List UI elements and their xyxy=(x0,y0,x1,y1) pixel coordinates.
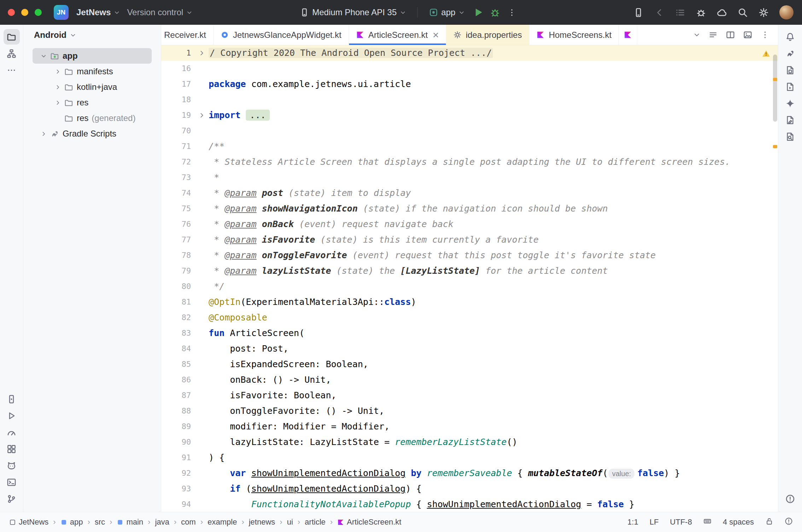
tree-chevron-slot[interactable] xyxy=(37,53,50,59)
breadcrumb-main[interactable]: main xyxy=(117,517,143,527)
code-line-text[interactable]: FunctionalityNotAvailablePopup { showUni… xyxy=(209,497,778,512)
code-line-text[interactable]: * @param isFavorite (state) is this item… xyxy=(209,232,778,248)
run-tool-button[interactable] xyxy=(4,408,20,423)
code-line-text[interactable]: package com.example.jetnews.ui.article xyxy=(209,76,778,92)
editor-tab-homescreens-kt[interactable]: HomeScreens.kt xyxy=(529,25,619,45)
code-line-text[interactable]: post: Post, xyxy=(209,341,778,357)
running-devices-tool-button[interactable] xyxy=(4,391,20,407)
gutter-line-94[interactable]: 94 xyxy=(161,497,209,512)
tree-item-app[interactable]: app xyxy=(33,48,152,64)
error-highlighting-status[interactable] xyxy=(785,517,793,527)
settings-button[interactable] xyxy=(759,7,769,18)
sync-status-button[interactable] xyxy=(717,7,727,18)
gutter-line-80[interactable]: 80 xyxy=(161,279,209,294)
run-configuration-selector[interactable]: app xyxy=(425,5,468,19)
gutter-line-79[interactable]: 79 xyxy=(161,263,209,279)
code-line-text[interactable]: lazyListState: LazyListState = rememberL… xyxy=(209,434,778,450)
project-menu[interactable]: JetNews xyxy=(73,5,123,19)
more-tool-windows-tool-button[interactable] xyxy=(4,62,20,78)
device-streaming-tool-button[interactable] xyxy=(782,79,798,94)
tree-chevron-slot[interactable] xyxy=(37,131,50,137)
tree-item-manifests[interactable]: manifests xyxy=(33,64,152,79)
gutter-line-87[interactable]: 87 xyxy=(161,388,209,403)
code-line-text[interactable]: * @param showNavigationIcon (state) if t… xyxy=(209,201,778,216)
version-control-menu[interactable]: Version control xyxy=(123,5,196,19)
modified-line-marker[interactable] xyxy=(773,78,777,81)
code-line-text[interactable]: fun ArticleScreen( xyxy=(209,325,778,341)
gutter-line-82[interactable]: 82 xyxy=(161,310,209,325)
read-write-status[interactable] xyxy=(765,517,773,527)
code-line-text[interactable] xyxy=(209,92,778,108)
preview-button[interactable] xyxy=(743,30,752,39)
scrollbar-thumb[interactable] xyxy=(773,54,777,122)
project-view-selector[interactable]: Android xyxy=(23,25,161,45)
gutter-line-91[interactable]: 91 xyxy=(161,450,209,466)
code-line-text[interactable]: import ... xyxy=(209,108,778,123)
code-line-text[interactable]: * @param onToggleFavorite (event) reques… xyxy=(209,248,778,263)
code-line-text[interactable]: / Copyright 2020 The Android Open Source… xyxy=(209,45,778,61)
file-encoding[interactable]: UTF-8 xyxy=(670,517,692,527)
breadcrumb-jetnews[interactable]: JetNews xyxy=(9,517,48,527)
code-line-text[interactable]: onBack: () -> Unit, xyxy=(209,372,778,388)
fold-indicator-icon[interactable] xyxy=(198,50,205,57)
app-quality-insights-tool-button[interactable] xyxy=(4,441,20,457)
code-line-text[interactable]: isExpandedScreen: Boolean, xyxy=(209,357,778,372)
code-line-text[interactable]: * @param lazyListState (state) the [Lazy… xyxy=(209,263,778,279)
gutter-line-85[interactable]: 85 xyxy=(161,357,209,372)
breadcrumb-article[interactable]: article xyxy=(305,517,326,527)
editor-tab-jetnewsglanceappwidget-kt[interactable]: JetnewsGlanceAppWidget.kt xyxy=(214,25,349,45)
close-window-button[interactable] xyxy=(8,9,15,16)
gutter-line-89[interactable]: 89 xyxy=(161,419,209,434)
tree-item-res[interactable]: res(generated) xyxy=(33,110,152,126)
split-editor-button[interactable] xyxy=(726,30,735,39)
editor-tab-idea-properties[interactable]: idea.properties xyxy=(446,25,529,45)
gutter-line-83[interactable]: 83 xyxy=(161,325,209,341)
tree-chevron-slot[interactable] xyxy=(52,100,64,106)
gemini-tool-button[interactable] xyxy=(782,96,798,111)
zoom-window-button[interactable] xyxy=(35,9,42,16)
modified-line-marker[interactable] xyxy=(773,145,777,148)
version-control-tool-button[interactable] xyxy=(4,491,20,507)
editor-tab-partial[interactable] xyxy=(619,25,637,45)
gutter-line-74[interactable]: 74 xyxy=(161,185,209,201)
code-line-text[interactable] xyxy=(209,123,778,139)
gutter-line-72[interactable]: 72 xyxy=(161,154,209,170)
gutter-line-81[interactable]: 81 xyxy=(161,294,209,310)
gutter-line-70[interactable]: 70 xyxy=(161,123,209,139)
gutter-line-86[interactable]: 86 xyxy=(161,372,209,388)
breadcrumb-ui[interactable]: ui xyxy=(287,517,293,527)
caret-position[interactable]: 1:1 xyxy=(627,517,638,527)
more-options-button[interactable] xyxy=(761,30,769,39)
code-line-text[interactable]: @OptIn(ExperimentalMaterial3Api::class) xyxy=(209,294,778,310)
indent-style[interactable]: 4 spaces xyxy=(723,517,754,527)
gutter-line-88[interactable]: 88 xyxy=(161,403,209,419)
gutter-line-1[interactable]: 1 xyxy=(161,45,209,61)
gutter-line-76[interactable]: 76 xyxy=(161,216,209,232)
task-list-button[interactable] xyxy=(675,7,685,18)
gutter-line-73[interactable]: 73 xyxy=(161,170,209,185)
tree-item-res[interactable]: res xyxy=(33,95,152,110)
code-line-text[interactable]: isFavorite: Boolean, xyxy=(209,388,778,403)
inspection-warning-icon[interactable] xyxy=(762,50,770,58)
layout-inspector-tool-button[interactable] xyxy=(782,112,798,128)
editor-tab-receiver-kt[interactable]: Receiver.kt xyxy=(161,25,214,45)
find-in-file-tool-button[interactable] xyxy=(782,129,798,144)
code-line-text[interactable]: * @param post (state) item to display xyxy=(209,185,778,201)
more-actions-button[interactable] xyxy=(505,5,519,19)
project-tool-button[interactable] xyxy=(4,29,20,45)
code-line-text[interactable]: onToggleFavorite: () -> Unit, xyxy=(209,403,778,419)
gutter-line-71[interactable]: 71 xyxy=(161,139,209,154)
editor-list-button[interactable] xyxy=(709,30,717,39)
tree-chevron-slot[interactable] xyxy=(52,84,64,90)
gutter-line-84[interactable]: 84 xyxy=(161,341,209,357)
notifications-tool-button[interactable] xyxy=(782,29,798,45)
breadcrumb-src[interactable]: src xyxy=(95,517,105,527)
user-avatar[interactable] xyxy=(779,5,794,19)
code-line-text[interactable]: modifier: Modifier = Modifier, xyxy=(209,419,778,434)
gutter-line-19[interactable]: 19 xyxy=(161,108,209,123)
breadcrumb-java[interactable]: java xyxy=(155,517,169,527)
navigate-back-button[interactable] xyxy=(654,7,664,18)
gutter-line-77[interactable]: 77 xyxy=(161,232,209,248)
structure-tool-button[interactable] xyxy=(4,46,20,61)
code-line-text[interactable]: @Composable xyxy=(209,310,778,325)
